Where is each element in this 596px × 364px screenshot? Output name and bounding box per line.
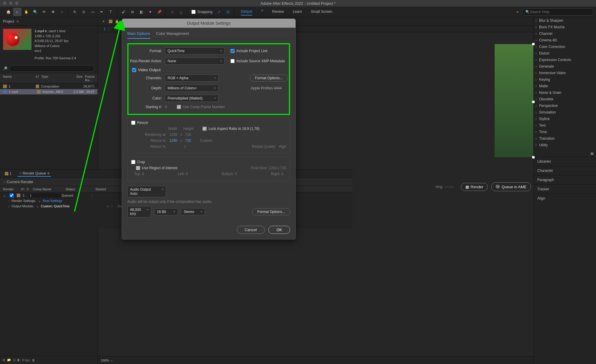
rotobrush-tool-icon[interactable]: ✦ (146, 8, 154, 16)
collapse-icon[interactable]: ▣ (534, 150, 596, 157)
add-output-icon[interactable]: ＋ － (106, 204, 114, 208)
text-tool-icon[interactable]: T (106, 8, 115, 16)
trash-icon[interactable]: 🗑 (32, 358, 35, 362)
audio-output-select[interactable]: Audio Output Auto (127, 186, 166, 197)
effect-category[interactable]: Utility (534, 142, 596, 148)
workspace-review[interactable]: Review (272, 8, 284, 15)
format-select[interactable]: QuickTime (165, 47, 225, 55)
effect-category[interactable]: Text (534, 122, 596, 129)
orbit-tool-icon[interactable]: ⟳ (40, 8, 48, 16)
audio-depth-select[interactable]: 16 Bit (154, 208, 178, 215)
label-swatch[interactable] (36, 85, 39, 88)
cancel-button[interactable]: Cancel (237, 226, 265, 234)
brush-tool-icon[interactable]: 🖌 (119, 8, 128, 16)
color-select[interactable]: Premultiplied (Matted) (165, 95, 219, 102)
effect-category[interactable]: Obsolete (534, 96, 596, 102)
effect-category[interactable]: Noise & Grain (534, 89, 596, 96)
hand-tool-icon[interactable]: ✋ (22, 8, 30, 16)
pen-tool-icon[interactable]: ✒ (97, 8, 106, 16)
puppet-tool-icon[interactable]: 📌 (155, 8, 163, 16)
render-button[interactable]: ▦ Render (461, 183, 488, 191)
tab-paragraph[interactable]: Paragraph (534, 175, 596, 184)
effect-category[interactable]: Simulation (534, 109, 596, 116)
workspace-menu-icon[interactable]: ≡ (261, 8, 263, 15)
depth-select[interactable]: Millions of Colors+ (165, 85, 219, 92)
post-render-select[interactable]: None (165, 57, 225, 65)
effect-category[interactable]: Matte (534, 83, 596, 89)
close-icon[interactable]: × (19, 171, 21, 175)
resize-check[interactable]: Resize (131, 121, 286, 125)
col-framerate[interactable]: Frame Ra... (83, 75, 95, 82)
selection-tool-icon[interactable]: ▸ (13, 8, 21, 16)
project-filter-input[interactable] (9, 65, 95, 72)
label-swatch[interactable] (37, 90, 41, 94)
chevron-down-icon[interactable]: ⌄ (110, 358, 113, 362)
effect-category[interactable]: Immersive Video (534, 70, 596, 76)
include-link-checkbox[interactable] (230, 49, 235, 53)
zoom-icon[interactable] (15, 1, 18, 5)
snapping-checkbox[interactable] (191, 10, 196, 14)
effect-category[interactable]: Transition (534, 135, 596, 142)
dolly-tool-icon[interactable]: ↔ (58, 8, 66, 16)
include-link-check[interactable]: Include Project Link (230, 49, 268, 53)
effect-category[interactable]: Stylize (534, 116, 596, 122)
effect-category[interactable]: Perspective (534, 102, 596, 109)
zoom-level[interactable]: 100% (101, 359, 109, 362)
bpc-label[interactable]: 8 bpc (22, 358, 30, 362)
format-options-button[interactable]: Format Options... (250, 74, 288, 82)
snap-grid-icon[interactable]: ⊡ (224, 8, 232, 16)
chevron-right-icon[interactable]: › (8, 199, 10, 203)
effect-category[interactable]: Channel (534, 30, 596, 37)
ok-button[interactable]: OK (268, 226, 290, 234)
eraser-tool-icon[interactable]: ◧ (137, 8, 145, 16)
tab-character[interactable]: Character (534, 166, 596, 175)
tab-main-options[interactable]: Main Options (127, 31, 150, 39)
panel-menu-icon[interactable]: ≡ (16, 19, 18, 24)
search-input[interactable] (530, 10, 590, 14)
minimize-icon[interactable] (9, 1, 13, 5)
interpret-icon[interactable]: ⊞ (2, 358, 5, 362)
effect-category[interactable]: Color Correction (534, 43, 596, 50)
overflow-icon[interactable]: » (516, 10, 518, 14)
label-swatch[interactable] (17, 194, 20, 197)
col-size[interactable]: Size (70, 75, 83, 82)
effect-category[interactable]: Generate (534, 63, 596, 70)
project-row-footage[interactable]: 1.mp4 Importe...MEX 2,3 MB 29,97 (0, 89, 97, 94)
tab-menu-icon[interactable]: ≡ (47, 171, 49, 175)
workspace-smallscreen[interactable]: Small Screen (311, 8, 332, 15)
include-xmp-check[interactable]: Include Source XMP Metadata (230, 59, 285, 63)
close-icon[interactable] (3, 1, 7, 5)
effect-category[interactable]: Blur & Sharpen (534, 17, 596, 24)
home-icon[interactable]: 🏠 (4, 8, 13, 16)
timeline-tab-comp[interactable]: 1 (3, 171, 13, 176)
crop-check[interactable]: Crop (131, 160, 286, 164)
effect-category[interactable]: Cinema 4D (534, 37, 596, 43)
effect-category[interactable]: Boris FX Mocha (534, 24, 596, 30)
resize-checkbox[interactable] (131, 121, 135, 125)
chevron-down-icon[interactable]: ⌄ (3, 194, 7, 197)
audio-format-options-button[interactable]: Format Options... (252, 208, 290, 215)
effect-category[interactable]: Distort (534, 50, 596, 57)
snap-edge-icon[interactable]: ⤢ (215, 8, 223, 16)
render-settings-link[interactable]: Best Settings (43, 199, 62, 203)
video-output-check[interactable]: Video Output (132, 68, 288, 72)
search-help[interactable]: 🔍 (522, 8, 594, 15)
filter-icon[interactable]: 🔎 (3, 66, 7, 71)
adjust-icon[interactable]: ◧ (17, 358, 20, 362)
tab-align[interactable]: Align (534, 194, 596, 203)
effect-category[interactable]: Keying (534, 76, 596, 83)
chevron-down-icon[interactable]: ⌄ (36, 204, 39, 208)
tab-libraries[interactable]: Libraries (534, 157, 596, 166)
output-module-link[interactable]: Custom: QuickTime (41, 204, 69, 208)
audio-rate-select[interactable]: 48,000 kHz (127, 206, 151, 217)
pan-tool-icon[interactable]: ✥ (49, 8, 57, 16)
snapping-toggle[interactable]: Snapping (190, 10, 214, 14)
include-xmp-checkbox[interactable] (230, 59, 235, 63)
video-output-checkbox[interactable] (132, 68, 136, 72)
render-enable-checkbox[interactable] (10, 193, 14, 197)
tab-close-icon[interactable]: × (101, 19, 106, 24)
effect-category[interactable]: Expression Controls (534, 57, 596, 63)
chevron-right-icon[interactable]: › (8, 204, 10, 208)
render-row-name[interactable]: 1 (29, 193, 61, 197)
breadcrumb-comp[interactable]: 1 (101, 27, 109, 31)
